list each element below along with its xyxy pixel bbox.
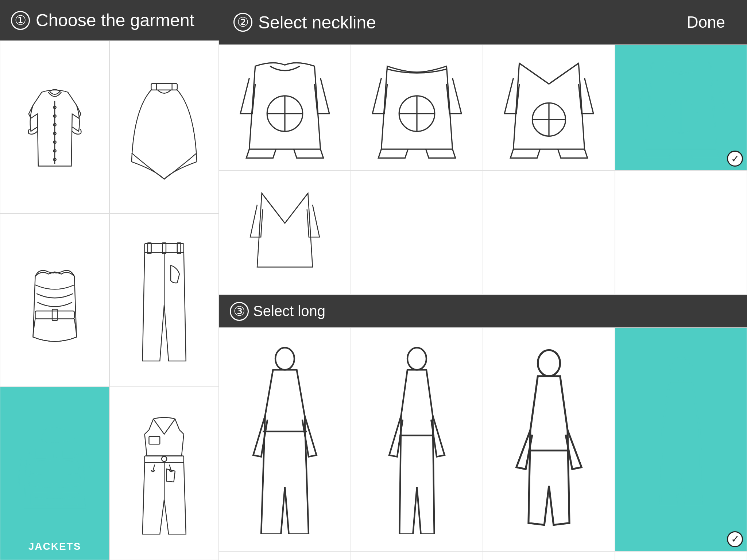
svg-rect-22 (61, 493, 79, 505)
neckline-title: Select neckline (258, 12, 376, 32)
v-neck-icon (493, 54, 605, 161)
svg-rect-29 (149, 436, 160, 444)
garment-cape[interactable] (109, 40, 219, 214)
svg-point-46 (407, 347, 426, 370)
garment-jumpsuit[interactable] (109, 387, 219, 560)
neckline-vneck[interactable] (483, 44, 615, 171)
right-header-title: ② Select neckline (233, 12, 376, 32)
step2-circle: ② (233, 13, 252, 32)
long-empty-1 (351, 551, 483, 560)
long-check: ✓ (727, 531, 743, 547)
svg-rect-23 (35, 450, 47, 458)
step3-circle: ③ (230, 302, 249, 321)
jacket-icon (11, 404, 98, 542)
round-neck-icon (229, 54, 341, 161)
neckline-round[interactable] (219, 44, 351, 171)
garment-trousers[interactable] (109, 214, 219, 387)
garment-blouse[interactable] (0, 40, 109, 214)
long-extra-row (219, 551, 747, 560)
garment-corset[interactable] (0, 214, 109, 387)
svg-rect-13 (144, 244, 183, 253)
long-section-header: ③ Select long (219, 295, 747, 327)
svg-point-27 (162, 456, 167, 462)
right-panel: ② Select neckline Done (219, 0, 747, 560)
short-vest-icon (625, 345, 737, 534)
svg-rect-21 (31, 493, 48, 505)
long-empty-2 (483, 551, 615, 560)
long-slim-icon (361, 345, 473, 534)
long-options: ✓ (219, 327, 747, 551)
jacket-label: JACKETS (28, 541, 81, 552)
done-button[interactable]: Done (680, 10, 732, 34)
trousers-icon (121, 231, 208, 369)
long-full[interactable] (219, 327, 351, 551)
neckline-cowl[interactable]: ✓ (615, 44, 747, 171)
neckline-boat[interactable] (351, 44, 483, 171)
neckline-empty-1 (351, 171, 483, 295)
long-empty-3 (615, 551, 747, 560)
right-header: ② Select neckline Done (219, 0, 747, 44)
neckline-options: ✓ (219, 44, 747, 171)
corset-icon (11, 231, 98, 369)
left-header: ① Choose the garment (0, 0, 219, 40)
neckline-extra-row (219, 171, 747, 295)
mid-icon (493, 345, 605, 534)
svg-rect-8 (151, 83, 177, 90)
jumpsuit-icon (121, 404, 208, 542)
svg-rect-24 (62, 450, 74, 458)
long-mid[interactable] (483, 327, 615, 551)
svg-point-44 (275, 347, 294, 370)
garment-jacket[interactable]: JACKETS (0, 387, 109, 560)
long-dress[interactable] (219, 551, 351, 560)
deep-v-icon (236, 186, 334, 279)
long-slim[interactable] (351, 327, 483, 551)
garment-grid: JACKETS (0, 40, 219, 560)
long-title: Select long (253, 303, 325, 319)
step1-circle: ① (11, 11, 30, 30)
svg-point-50 (670, 357, 692, 381)
main-container: ① Choose the garment (0, 0, 747, 560)
neckline-deep-v[interactable] (219, 171, 351, 295)
cape-icon (121, 58, 208, 196)
boat-neck-icon (361, 54, 473, 161)
long-section: ③ Select long (219, 295, 747, 560)
blouse-icon (11, 58, 98, 196)
svg-point-48 (538, 350, 560, 376)
long-full-icon (229, 345, 341, 534)
long-short-vest[interactable]: ✓ (615, 327, 747, 551)
cowl-neck-icon (625, 54, 737, 161)
left-panel: ① Choose the garment (0, 0, 219, 560)
neckline-empty-3 (615, 171, 747, 295)
svg-rect-11 (35, 311, 74, 319)
neckline-empty-2 (483, 171, 615, 295)
neckline-check: ✓ (727, 151, 743, 167)
left-title: Choose the garment (36, 10, 194, 30)
neckline-section: ✓ (219, 44, 747, 295)
